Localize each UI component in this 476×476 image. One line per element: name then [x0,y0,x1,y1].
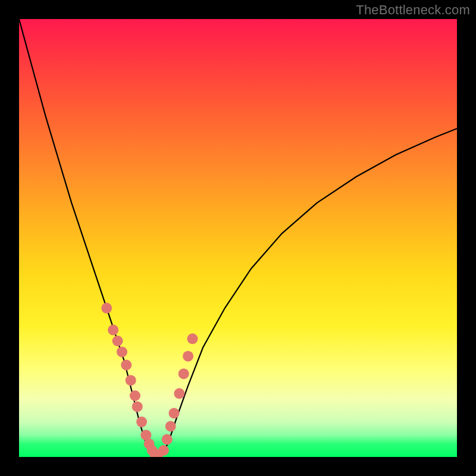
scatter-dot [112,336,123,346]
scatter-dot [130,390,140,401]
scatter-dot [183,351,193,362]
scatter-dot [178,368,189,379]
scatter-dot [117,346,127,357]
scatter-dot [126,375,136,386]
scatter-dot [162,434,173,445]
scatter-dot [101,303,112,314]
scatter-dot [136,416,147,427]
scatter-dots [101,303,198,457]
chart-container: TheBottleneck.com [0,0,476,476]
plot-area [19,19,457,457]
watermark-text: TheBottleneck.com [356,2,470,18]
scatter-dot [132,401,143,412]
scatter-dot [169,408,180,418]
scatter-dot [165,421,176,432]
bottleneck-curve [19,19,457,457]
scatter-dot [187,333,198,344]
scatter-dot [158,445,169,456]
scatter-dot [174,388,184,399]
scatter-dot [121,359,131,370]
scatter-dot [108,325,118,336]
curve-svg [19,19,457,457]
